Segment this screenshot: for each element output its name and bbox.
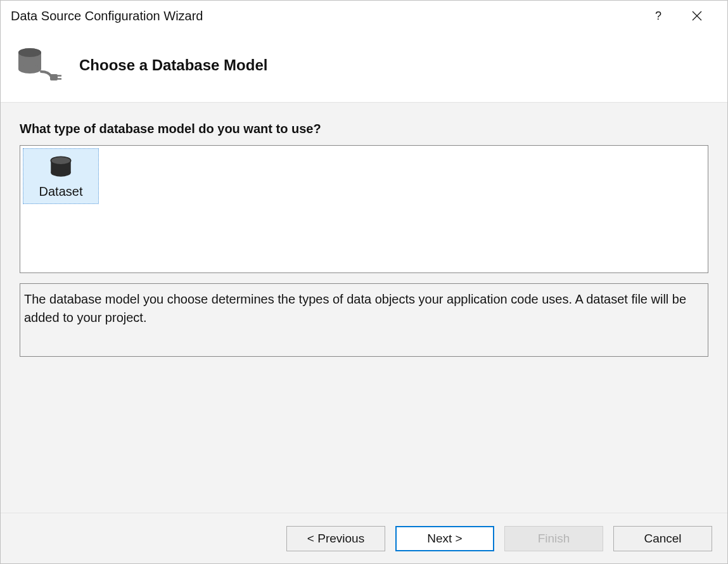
next-button[interactable]: Next > xyxy=(395,526,494,551)
wizard-footer: < Previous Next > Finish Cancel xyxy=(1,513,727,563)
svg-point-4 xyxy=(18,65,41,74)
wizard-body: What type of database model do you want … xyxy=(1,102,727,513)
svg-point-12 xyxy=(51,157,71,165)
titlebar: Data Source Configuration Wizard ? xyxy=(1,1,727,31)
page-title: Choose a Database Model xyxy=(79,56,267,74)
model-item-label: Dataset xyxy=(39,184,83,199)
description-text: The database model you choose determines… xyxy=(24,290,704,327)
model-item-dataset[interactable]: Dataset xyxy=(23,148,99,204)
previous-button[interactable]: < Previous xyxy=(286,526,385,551)
wizard-header: Choose a Database Model xyxy=(1,31,727,102)
titlebar-buttons: ? xyxy=(655,10,717,23)
wizard-window: Data Source Configuration Wizard ? Choos… xyxy=(0,0,728,564)
help-icon[interactable]: ? xyxy=(655,10,661,23)
model-list[interactable]: Dataset xyxy=(20,145,708,273)
database-icon xyxy=(48,154,74,183)
question-label: What type of database model do you want … xyxy=(20,122,708,136)
close-icon[interactable] xyxy=(692,11,702,21)
svg-rect-6 xyxy=(50,74,58,80)
description-box: The database model you choose determines… xyxy=(20,283,708,357)
finish-button: Finish xyxy=(504,526,603,551)
window-title: Data Source Configuration Wizard xyxy=(11,9,655,23)
database-plug-icon xyxy=(16,46,61,84)
cancel-button[interactable]: Cancel xyxy=(613,526,712,551)
svg-point-5 xyxy=(18,48,41,57)
svg-point-11 xyxy=(51,169,71,177)
